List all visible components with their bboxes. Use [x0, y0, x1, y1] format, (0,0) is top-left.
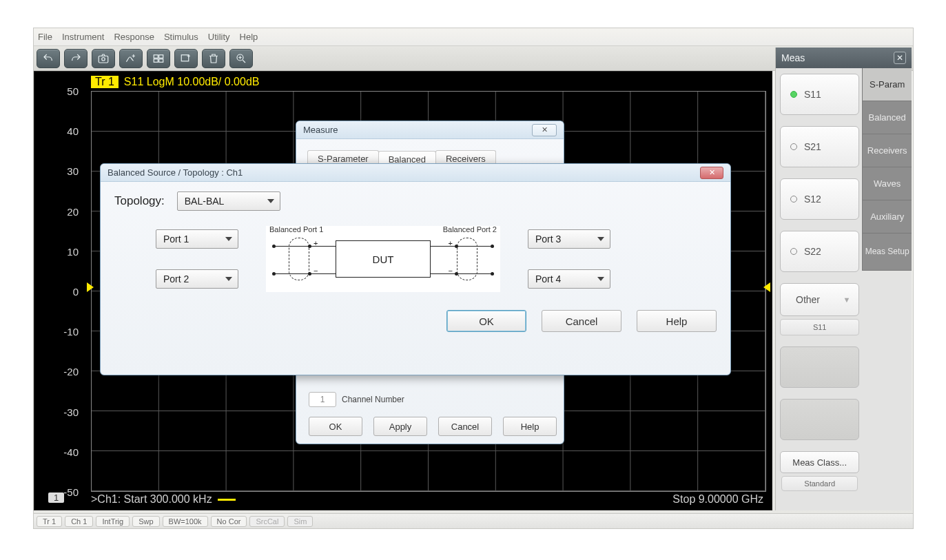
dut-box: DUT: [336, 240, 431, 278]
measure-cancel-button[interactable]: Cancel: [438, 417, 492, 436]
meas-class-button[interactable]: Meas Class...: [780, 451, 859, 473]
measure-apply-button[interactable]: Apply: [373, 417, 427, 436]
topology-select[interactable]: BAL-BAL: [177, 191, 280, 211]
close-icon[interactable]: ✕: [532, 124, 557, 136]
status-trace[interactable]: Tr 1: [37, 516, 62, 527]
port4-select[interactable]: Port 4: [528, 269, 610, 289]
side-tab-waves[interactable]: Waves: [862, 167, 912, 200]
port1-select[interactable]: Port 1: [156, 229, 238, 249]
start-freq-label: >Ch1: Start 300.000 kHz: [91, 493, 212, 506]
empty-meas-slot: [780, 346, 859, 388]
side-tab-auxiliary[interactable]: Auxiliary: [862, 200, 912, 234]
y-tick: -20: [63, 366, 79, 377]
port2-select[interactable]: Port 2: [156, 269, 238, 289]
topology-cancel-button[interactable]: Cancel: [542, 310, 621, 332]
stop-freq-label: Stop 9.00000 GHz: [672, 493, 763, 506]
status-channel[interactable]: Ch 1: [65, 516, 93, 527]
chevron-down-icon: ▼: [843, 295, 851, 304]
y-tick: 40: [67, 125, 79, 137]
meas-panel-header: Meas ✕: [776, 48, 912, 68]
y-tick: -10: [63, 326, 79, 338]
meas-panel-title: Meas: [781, 52, 805, 63]
meas-item-label: S11: [804, 89, 821, 100]
trace-label: Tr 1 S11 LogM 10.00dB/ 0.00dB: [91, 76, 259, 88]
radio-off-icon: [790, 196, 797, 203]
add-window-icon[interactable]: [174, 49, 198, 68]
menu-instrument[interactable]: Instrument: [62, 32, 104, 42]
measure-dialog-titlebar[interactable]: Measure ✕: [296, 121, 564, 139]
status-trigger[interactable]: IntTrig: [96, 516, 130, 527]
trace-format-label: S11 LogM 10.00dB/ 0.00dB: [124, 76, 260, 88]
port3-select[interactable]: Port 3: [528, 229, 610, 249]
status-correction[interactable]: No Cor: [211, 516, 247, 527]
side-tab-receivers[interactable]: Receivers: [862, 134, 912, 167]
status-sweep[interactable]: Swp: [132, 516, 159, 527]
measure-help-button[interactable]: Help: [503, 417, 557, 436]
status-sim[interactable]: Sim: [287, 516, 313, 527]
empty-meas-slot: [780, 399, 859, 440]
close-icon[interactable]: ✕: [700, 167, 723, 179]
status-srccal[interactable]: SrcCal: [249, 516, 285, 527]
add-trace-icon[interactable]: [119, 49, 143, 68]
y-tick: 20: [67, 205, 79, 217]
measure-dialog-title: Measure: [303, 125, 338, 135]
topology-help-button[interactable]: Help: [637, 310, 717, 332]
channel-number-spinner[interactable]: 1: [309, 392, 336, 407]
y-tick: 10: [67, 245, 79, 257]
y-tick: -30: [63, 406, 79, 417]
menu-stimulus[interactable]: Stimulus: [164, 32, 198, 42]
undo-icon[interactable]: [37, 49, 60, 68]
redo-icon[interactable]: [64, 49, 88, 68]
menu-help[interactable]: Help: [240, 32, 258, 42]
meas-class-sub[interactable]: Standard: [781, 476, 858, 491]
side-tab-meas-setup[interactable]: Meas Setup: [862, 234, 912, 271]
menu-utility[interactable]: Utility: [208, 32, 230, 42]
camera-icon[interactable]: [92, 49, 115, 68]
meas-panel: Meas ✕ S11 S21 S12 S22: [775, 48, 912, 510]
windows-icon[interactable]: [147, 49, 170, 68]
measure-ok-button[interactable]: OK: [309, 417, 362, 436]
svg-rect-4: [154, 59, 158, 62]
menu-response[interactable]: Response: [114, 32, 154, 42]
channel-badge[interactable]: 1: [48, 492, 64, 503]
close-icon[interactable]: ✕: [894, 52, 906, 64]
balanced-port1-label: Balanced Port 1: [269, 225, 323, 234]
meas-other-sub[interactable]: S11: [780, 319, 859, 335]
meas-s21-button[interactable]: S21: [780, 126, 859, 167]
status-bar: Tr 1 Ch 1 IntTrig Swp BW=100k No Cor Src…: [34, 513, 913, 528]
side-tab-balanced[interactable]: Balanced: [862, 101, 912, 134]
status-bandwidth[interactable]: BW=100k: [163, 516, 208, 527]
active-flag-icon: [218, 499, 236, 501]
meas-s12-button[interactable]: S12: [780, 178, 859, 220]
topology-dialog: Balanced Source / Topology : Ch1 ✕ Topol…: [100, 163, 731, 375]
channel-number-label: Channel Number: [342, 395, 404, 404]
y-tick: 0: [73, 286, 79, 298]
zoom-icon[interactable]: [229, 49, 253, 68]
topology-label: Topology:: [114, 194, 165, 208]
svg-point-1: [102, 57, 105, 61]
meas-s22-button[interactable]: S22: [780, 231, 859, 272]
y-tick: 50: [67, 85, 79, 97]
y-axis-labels: 50 40 30 20 10 0 -10 -20 -30 -40 -50: [34, 91, 85, 492]
meas-item-label: S12: [804, 194, 821, 205]
meas-other-button[interactable]: Other ▼: [780, 283, 859, 316]
svg-rect-2: [154, 54, 158, 58]
radio-off-icon: [790, 248, 797, 255]
svg-rect-3: [159, 54, 163, 58]
topology-ok-button[interactable]: OK: [446, 310, 526, 332]
topology-dialog-titlebar[interactable]: Balanced Source / Topology : Ch1 ✕: [101, 164, 730, 182]
meas-s11-button[interactable]: S11: [780, 74, 859, 115]
y-tick: -40: [63, 446, 79, 457]
y-tick: 30: [67, 165, 79, 177]
menu-bar: File Instrument Response Stimulus Utilit…: [34, 28, 913, 46]
channel-start-label: >Ch1: Start 300.000 kHz: [91, 493, 236, 506]
ref-marker-left-icon: [87, 282, 94, 292]
menu-file[interactable]: File: [38, 32, 52, 42]
trash-icon[interactable]: [202, 49, 225, 68]
side-tab-sparam[interactable]: S-Param: [862, 68, 912, 101]
y-tick: -50: [63, 486, 79, 498]
balanced-port2-label: Balanced Port 2: [443, 225, 497, 234]
meas-item-label: S21: [804, 141, 821, 152]
topology-dialog-title: Balanced Source / Topology : Ch1: [107, 167, 243, 178]
svg-rect-5: [159, 59, 163, 62]
